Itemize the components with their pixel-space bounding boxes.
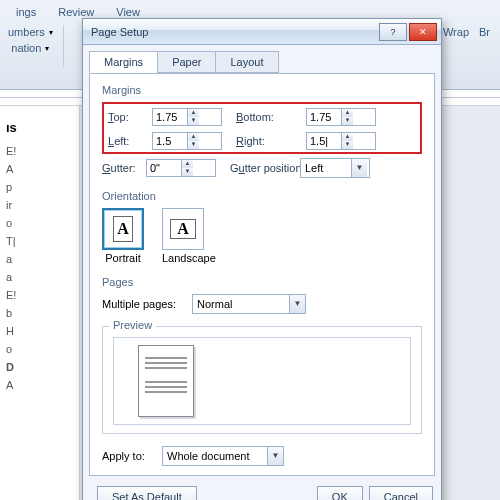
cancel-button[interactable]: Cancel [369,486,433,500]
orientation-legend: Orientation [102,190,422,202]
wrap-button[interactable]: Wrap [443,26,469,38]
doc-line: A [6,163,73,175]
tab-margins[interactable]: Margins [89,51,158,73]
doc-line: a [6,253,73,265]
doc-line: o [6,217,73,229]
margin-right-label: Right: [236,135,306,147]
highlighted-margin-fields: Top: ▲▼ Bottom: ▲▼ Left: ▲▼ Right: ▲▼ [102,102,422,154]
landscape-label: Landscape [162,252,216,264]
doc-line: p [6,181,73,193]
margin-top-spinner[interactable]: ▲▼ [152,108,222,126]
apply-to-label: Apply to: [102,450,158,462]
margins-legend: Margins [102,84,422,96]
margin-left-spinner[interactable]: ▲▼ [152,132,222,150]
pages-legend: Pages [102,276,422,288]
chevron-down-icon[interactable]: ▼ [351,159,367,177]
portrait-label: Portrait [102,252,144,264]
dialog-button-row: Set As Default OK Cancel [83,482,441,500]
orientation-landscape[interactable]: A Landscape [162,208,216,264]
margin-bottom-label: Bottom: [236,111,306,123]
gutter-label: Gutter: [102,162,146,174]
doc-line: A [6,379,73,391]
set-as-default-button[interactable]: Set As Default [97,486,197,500]
margin-right-spinner[interactable]: ▲▼ [306,132,376,150]
preview-page-icon [138,345,194,417]
chevron-down-icon[interactable]: ▼ [289,295,305,313]
doc-line: T| [6,235,73,247]
dialog-title: Page Setup [91,26,377,38]
doc-line: D [6,361,73,373]
line-numbers-button[interactable]: umbers [8,26,45,38]
orientation-portrait[interactable]: A Portrait [102,208,144,264]
bring-button[interactable]: Br [479,26,490,38]
hyphenation-button[interactable]: nation [11,42,41,54]
document-area: ıs E! A p ir o T| a a E! b H o D A [0,106,80,500]
ok-button[interactable]: OK [317,486,363,500]
gutter-position-label: Gutter position: [230,162,300,174]
close-button[interactable]: ✕ [409,23,437,41]
tab-layout[interactable]: Layout [215,51,278,73]
landscape-icon: A [170,219,196,239]
page-setup-dialog: Page Setup ? ✕ Margins Paper Layout Marg… [82,18,442,500]
doc-line: H [6,325,73,337]
pages-group: Pages Multiple pages: ▼ [102,276,422,314]
doc-line: b [6,307,73,319]
multiple-pages-combo[interactable]: ▼ [192,294,306,314]
margin-bottom-spinner[interactable]: ▲▼ [306,108,376,126]
tab-panel-margins: Margins Top: ▲▼ Bottom: ▲▼ Left: ▲▼ Righ… [89,73,435,476]
orientation-group: Orientation A Portrait A Landscape [102,190,422,264]
gutter-position-combo[interactable]: ▼ [300,158,370,178]
doc-line: ir [6,199,73,211]
doc-heading: ıs [6,120,73,135]
portrait-icon: A [113,216,133,242]
margin-top-label: Top: [108,111,152,123]
doc-line: E! [6,289,73,301]
ribbon-group-left: umbers ▾ nation ▾ [8,25,64,67]
doc-line: a [6,271,73,283]
preview-group: Preview [102,326,422,434]
apply-to-combo[interactable]: ▼ [162,446,284,466]
doc-line: E! [6,145,73,157]
ribbon-tab-partial[interactable]: ings [6,3,46,21]
help-button[interactable]: ? [379,23,407,41]
dialog-tabs: Margins Paper Layout [83,45,441,73]
gutter-spinner[interactable]: ▲▼ [146,159,216,177]
margin-left-label: Left: [108,135,152,147]
tab-paper[interactable]: Paper [157,51,216,73]
preview-legend: Preview [109,319,156,331]
margins-group: Margins Top: ▲▼ Bottom: ▲▼ Left: ▲▼ Righ… [102,84,422,178]
multiple-pages-label: Multiple pages: [102,298,188,310]
chevron-down-icon[interactable]: ▼ [267,447,283,465]
doc-line: o [6,343,73,355]
dialog-titlebar[interactable]: Page Setup ? ✕ [83,19,441,45]
